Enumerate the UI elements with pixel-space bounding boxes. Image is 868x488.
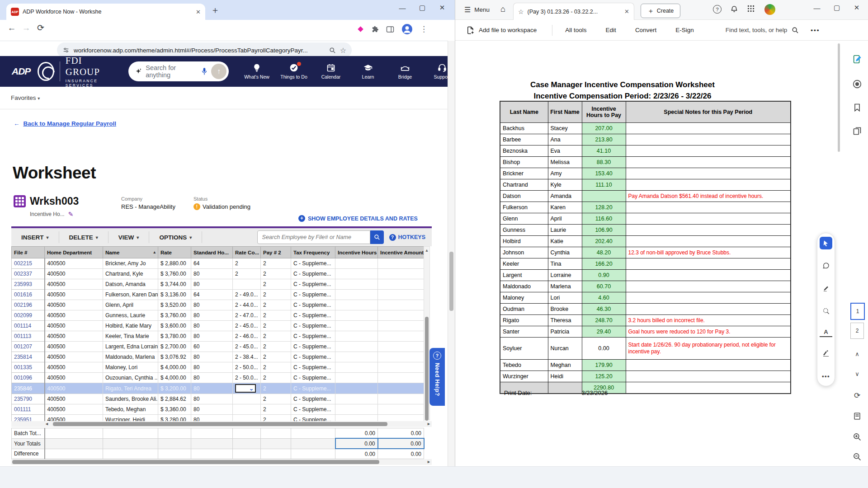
cell-rate[interactable]: $ 2,884.62 — [158, 394, 191, 404]
tab-close-icon[interactable]: ✕ — [624, 8, 629, 15]
page-thumbnail-1[interactable]: 1 — [850, 303, 865, 320]
page-scroll-thumb[interactable] — [449, 252, 453, 311]
acrobat-menu-button[interactable]: ☰Menu — [464, 5, 490, 14]
help-icon[interactable]: ? — [713, 5, 722, 14]
close-icon[interactable]: ✕ — [847, 0, 867, 15]
cell-name[interactable]: Rigato, Teri Andrea — [103, 383, 158, 394]
cell-incentive-hours[interactable] — [335, 373, 378, 383]
insert-menu-button[interactable]: INSERT▾ — [11, 234, 59, 241]
cell-incentive-amount[interactable] — [378, 321, 424, 331]
view-menu-button[interactable]: VIEW▾ — [108, 234, 149, 241]
cell-incentive-amount[interactable] — [378, 362, 424, 373]
grid-col-header[interactable]: Incentive Amount — [378, 247, 424, 258]
zoom-out-icon[interactable] — [851, 451, 863, 463]
cell-rate[interactable]: $ 3,760.00 — [158, 310, 191, 321]
cell-incentive-hours[interactable] — [335, 279, 378, 290]
cell-name[interactable]: Ouzounian, Cynthia ... — [103, 373, 158, 383]
cell-name[interactable]: Keeler, Tina Marie — [103, 331, 158, 342]
cell-rate-code[interactable] — [233, 394, 261, 404]
cell-standard-hours[interactable]: 80 — [191, 331, 233, 342]
adp-nav-calendar[interactable]: Calendar — [318, 63, 344, 80]
cell-file-number[interactable]: 001335 — [12, 362, 45, 373]
minimize-icon[interactable]: — — [392, 0, 412, 15]
grid-col-header[interactable]: Name▴ — [103, 247, 158, 258]
adp-nav-what-s-new[interactable]: What's New — [244, 63, 269, 80]
cell-file-number[interactable]: 235814 — [12, 352, 45, 362]
cell-file-number[interactable]: 002196 — [12, 300, 45, 310]
browser-page-scrollbar[interactable] — [448, 41, 455, 466]
cell-file-number[interactable]: 235790 — [12, 394, 45, 404]
back-to-payroll-link[interactable]: ← Back to Manage Regular Payroll — [14, 120, 116, 127]
cell-incentive-amount[interactable] — [378, 404, 424, 415]
tab-close-icon[interactable]: ✕ — [196, 9, 201, 15]
cell-home-department[interactable]: 400500 — [45, 331, 103, 342]
cell-incentive-hours[interactable] — [335, 290, 378, 300]
grid-col-header[interactable]: Rate — [158, 247, 191, 258]
grid-vscroll-thumb[interactable] — [425, 317, 429, 421]
cell-tax-frequency[interactable]: C - Suppleme... — [291, 373, 335, 383]
scroll-up-icon[interactable]: ▲ — [424, 248, 429, 253]
comment-tool-icon[interactable] — [820, 259, 832, 272]
cell-rate[interactable]: $ 3,520.00 — [158, 300, 191, 310]
grid-row[interactable]: 235993 400500 Datson, Amanda $ 3,744.00 … — [12, 279, 424, 290]
cell-pay-2[interactable]: 2 — [261, 331, 291, 342]
cell-name[interactable]: Largent, Edna Lorraine — [103, 342, 158, 352]
adp-nav-bridge[interactable]: Bridge — [392, 63, 418, 80]
pinned-extension-icon[interactable] — [357, 26, 364, 33]
grid-horizontal-scrollbar[interactable]: ◄ ► — [11, 421, 432, 427]
browser-tab[interactable]: ADP ADP Workforce Now - Workshe ✕ — [6, 4, 205, 20]
cell-tax-frequency[interactable]: C - Suppleme... — [291, 300, 335, 310]
select-tool-icon[interactable] — [820, 237, 832, 249]
cell-file-number[interactable]: 001111 — [12, 404, 45, 415]
grid-row[interactable]: 001096 400500 Ouzounian, Cynthia ... $ 4… — [12, 373, 424, 383]
back-icon[interactable]: ← — [5, 23, 19, 33]
grid-row[interactable]: 235846 400500 Rigato, Teri Andrea $ 3,20… — [12, 383, 424, 394]
cell-file-number[interactable]: 002215 — [12, 258, 45, 269]
rate-code-combobox[interactable]: ⌄ — [235, 384, 256, 393]
grid-row[interactable]: 002196 400500 Glenn, April $ 3,520.00 80… — [12, 300, 424, 310]
cell-rate[interactable]: $ 4,000.00 — [158, 373, 191, 383]
search-icon[interactable] — [329, 47, 336, 54]
browser-menu-icon[interactable]: ⋮ — [420, 24, 428, 34]
cell-name[interactable]: Maloney, Lori — [103, 362, 158, 373]
options-menu-button[interactable]: OPTIONS▾ — [149, 234, 202, 241]
cell-file-number[interactable]: 001616 — [12, 290, 45, 300]
cell-name[interactable]: Datson, Amanda — [103, 279, 158, 290]
fit-page-icon[interactable] — [851, 410, 863, 422]
cell-standard-hours[interactable]: 80 — [191, 404, 233, 415]
favorites-dropdown[interactable]: Favorites ▾ — [11, 94, 40, 101]
all-tools-tab[interactable]: All tools — [565, 27, 586, 33]
url-text[interactable]: workforcenow.adp.com/theme/admin.html#/P… — [74, 47, 325, 54]
totals-incentive-hours[interactable]: 0.00 — [335, 438, 378, 449]
sign-tool-icon[interactable] — [820, 347, 832, 360]
cell-rate-code[interactable] — [233, 279, 261, 290]
cell-name[interactable]: Fulkerson, Karen Danz — [103, 290, 158, 300]
bookmark-star-icon[interactable]: ☆ — [340, 46, 346, 55]
hotkeys-button[interactable]: ? HOTKEYS — [389, 234, 425, 241]
cell-home-department[interactable]: 400500 — [45, 373, 103, 383]
cell-home-department[interactable]: 400500 — [45, 362, 103, 373]
cell-standard-hours[interactable]: 60 — [191, 342, 233, 352]
grid-row[interactable]: 001113 400500 Keeler, Tina Marie $ 3,780… — [12, 331, 424, 342]
maximize-icon[interactable]: ▢ — [827, 0, 847, 15]
cell-incentive-amount[interactable] — [378, 269, 424, 279]
cell-rate-code[interactable]: 2 - 50.0... — [233, 373, 261, 383]
reload-icon[interactable]: ⟳ — [33, 23, 48, 33]
scroll-right-icon[interactable]: ► — [427, 422, 431, 426]
profile-avatar[interactable] — [401, 23, 413, 35]
cell-file-number[interactable]: 002337 — [12, 269, 45, 279]
apps-grid-icon[interactable] — [747, 5, 755, 12]
cell-incentive-amount[interactable] — [378, 373, 424, 383]
cell-tax-frequency[interactable]: C - Suppleme... — [291, 290, 335, 300]
cell-incentive-hours[interactable] — [335, 383, 378, 394]
cell-home-department[interactable]: 400500 — [45, 269, 103, 279]
cell-incentive-hours[interactable] — [335, 269, 378, 279]
cell-rate-code[interactable] — [233, 404, 261, 415]
adp-nav-learn[interactable]: Learn — [355, 63, 381, 80]
adp-nav-things-to-do[interactable]: Things to Do — [281, 63, 307, 80]
cell-incentive-hours[interactable] — [335, 331, 378, 342]
more-tools-icon[interactable]: ••• — [820, 370, 832, 382]
grid-row[interactable]: 001207 400500 Largent, Edna Lorraine $ 2… — [12, 342, 424, 352]
cell-rate[interactable]: $ 2,880.00 — [158, 258, 191, 269]
pages-panel-icon[interactable] — [851, 125, 863, 137]
